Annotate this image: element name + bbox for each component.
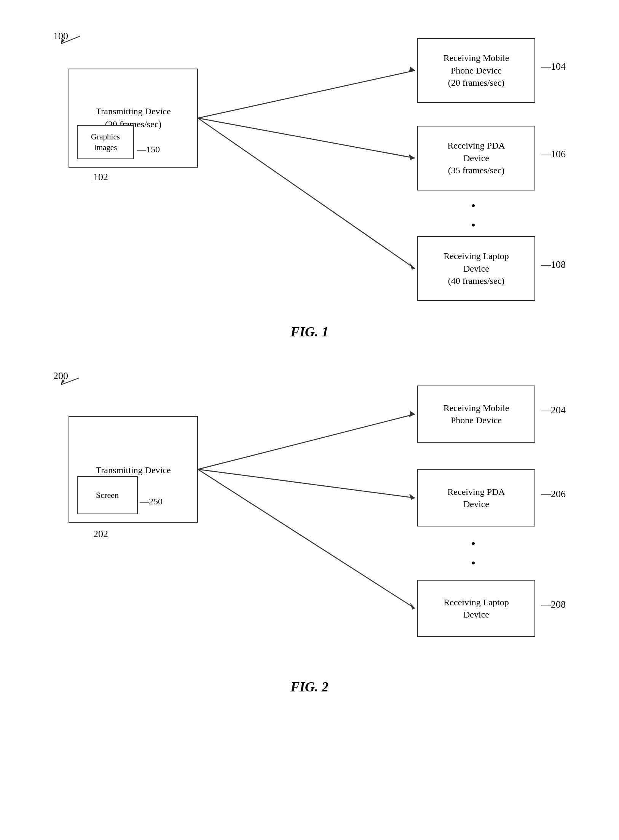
fig2-receiver-mobile: Receiving MobilePhone Device <box>417 386 535 443</box>
fig2-receiver-pda: Receiving PDADevice <box>417 469 535 526</box>
fig1-receiver-laptop: Receiving LaptopDevice(40 frames/sec) <box>417 236 535 301</box>
fig2-transmitter-box: Transmitting Device Screen ―250 <box>69 416 198 523</box>
svg-line-12 <box>198 469 415 498</box>
fig2-transmitter-label: Transmitting Device <box>69 460 197 479</box>
fig2-ref-204: ―204 <box>541 405 566 416</box>
fig2-receiver-laptop: Receiving LaptopDevice <box>417 580 535 637</box>
fig1-inner-ref: ―150 <box>137 143 160 155</box>
fig1-ref-108: ―108 <box>541 259 566 270</box>
svg-marker-15 <box>410 603 415 610</box>
svg-marker-5 <box>409 154 415 160</box>
svg-line-4 <box>198 118 415 158</box>
figure-1-section: 100 Transmitting Device(30 frames/sec) G… <box>30 23 589 340</box>
fig1-diagram: 100 Transmitting Device(30 frames/sec) G… <box>30 23 589 320</box>
fig1-ref-106: ―106 <box>541 149 566 160</box>
fig2-ref-206: ―206 <box>541 488 566 500</box>
fig1-graphics-box: GraphicsImages <box>77 125 134 159</box>
svg-marker-3 <box>409 67 415 72</box>
fig1-caption: FIG. 1 <box>30 324 589 340</box>
fig2-ref-208: ―208 <box>541 599 566 610</box>
fig2-screen-box: Screen <box>77 476 138 514</box>
svg-line-10 <box>198 414 415 469</box>
svg-marker-13 <box>409 494 415 500</box>
svg-line-2 <box>198 70 415 118</box>
svg-line-6 <box>198 118 415 269</box>
fig1-transmitter-box: Transmitting Device(30 frames/sec) Graph… <box>69 69 198 168</box>
fig2-diagram: 200 Transmitting Device Screen ―250 202 … <box>30 363 589 675</box>
fig2-tx-ref: 202 <box>93 528 108 540</box>
figure-2-section: 200 Transmitting Device Screen ―250 202 … <box>30 363 589 695</box>
fig1-ref-num: 100 <box>53 30 68 42</box>
fig2-caption: FIG. 2 <box>30 679 589 695</box>
fig2-inner-ref: ―250 <box>140 495 163 507</box>
fig1-receiver-pda: Receiving PDADevice(35 frames/sec) <box>417 126 535 190</box>
page: 100 Transmitting Device(30 frames/sec) G… <box>0 0 619 840</box>
fig2-ref-num: 200 <box>53 370 68 382</box>
svg-line-14 <box>198 469 415 608</box>
fig1-ref-104: ―104 <box>541 61 566 72</box>
fig1-receiver-mobile: Receiving MobilePhone Device(20 frames/s… <box>417 38 535 103</box>
svg-marker-7 <box>410 263 415 270</box>
svg-marker-11 <box>409 411 415 417</box>
fig1-tx-ref: 102 <box>93 171 108 183</box>
